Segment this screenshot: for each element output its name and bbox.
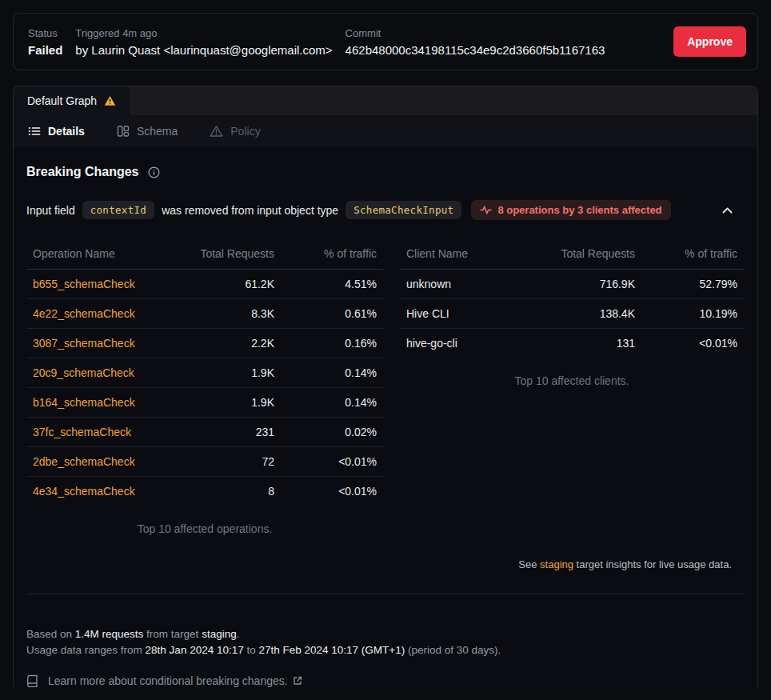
operations-table-wrap: Operation Name Total Requests % of traff…: [26, 241, 383, 535]
table-row: 4e22_schemaCheck 8.3K 0.61%: [26, 299, 383, 329]
requests-cell: 8: [186, 477, 281, 506]
staging-link[interactable]: staging: [540, 558, 573, 570]
requests-cell: 2.2K: [186, 329, 281, 358]
breaking-changes-title: Breaking Changes: [26, 165, 138, 179]
traffic-cell: <0.01%: [281, 447, 383, 477]
traffic-cell: 4.51%: [281, 270, 383, 299]
tab-policy[interactable]: Policy: [210, 125, 260, 138]
table-row: 4e34_schemaCheck 8 <0.01%: [26, 477, 383, 506]
requests-cell: 8.3K: [186, 299, 281, 329]
table-row: b655_schemaCheck 61.2K 4.51%: [26, 270, 383, 299]
operation-link[interactable]: b655_schemaCheck: [33, 278, 135, 290]
table-header-row: Client Name Total Requests % of traffic: [400, 241, 744, 270]
approve-button[interactable]: Approve: [673, 26, 746, 57]
traffic-cell: 10.19%: [641, 299, 744, 329]
commit-label: Commit: [346, 27, 605, 39]
operations-caption: Top 10 affected operations.: [26, 522, 383, 535]
info-icon[interactable]: [148, 166, 160, 178]
breaking-change-row[interactable]: Input field contextId was removed from i…: [26, 200, 741, 220]
pulse-icon: [480, 205, 492, 215]
book-icon: [26, 674, 38, 688]
schema-icon: [117, 125, 130, 138]
requests-cell: 72: [186, 447, 281, 477]
table-row: 37fc_schemaCheck 231 0.02%: [26, 418, 383, 447]
requests-cell: 61.2K: [186, 270, 281, 299]
tab-policy-label: Policy: [230, 125, 260, 138]
footer-divider: [26, 594, 745, 594]
requests-cell: 231: [186, 418, 281, 447]
warning-icon: [104, 95, 116, 106]
usage-line-1: Based on 1.4M requests from target stagi…: [26, 626, 741, 642]
chevron-up-icon[interactable]: [721, 206, 733, 215]
usage-summary: Based on 1.4M requests from target stagi…: [26, 626, 741, 658]
traffic-cell: <0.01%: [641, 329, 744, 358]
col-traffic: % of traffic: [641, 241, 744, 270]
requests-cell: 1.9K: [186, 358, 281, 388]
triggered-label: Triggered 4m ago: [75, 27, 332, 39]
table-row: b164_schemaCheck 1.9K 0.14%: [26, 388, 383, 418]
request-count: 1.4M requests: [75, 628, 144, 640]
table-row: Hive CLI 138.4K 10.19%: [400, 299, 744, 329]
affected-badge-label: 8 operations by 3 clients affected: [497, 204, 661, 216]
table-row: 3087_schemaCheck 2.2K 0.16%: [26, 329, 383, 358]
col-traffic: % of traffic: [281, 241, 383, 270]
traffic-cell: <0.01%: [281, 477, 383, 506]
clients-caption: Top 10 affected clients.: [400, 374, 744, 387]
operation-link[interactable]: 4e34_schemaCheck: [33, 485, 135, 498]
operation-link[interactable]: 4e22_schemaCheck: [33, 307, 135, 320]
table-row: 20c9_schemaCheck 1.9K 0.14%: [26, 358, 383, 388]
target-name: staging: [202, 628, 237, 640]
status-value: Failed: [28, 43, 62, 57]
external-link-icon: [293, 676, 302, 686]
traffic-cell: 52.79%: [641, 270, 744, 299]
requests-cell: 131: [547, 329, 641, 358]
type-code: SchemaCheckInput: [346, 201, 461, 219]
table-row: hive-go-cli 131 <0.01%: [400, 329, 744, 358]
traffic-cell: 0.61%: [281, 299, 383, 329]
graph-tab-label: Default Graph: [27, 94, 97, 107]
commit-hash: 462b48000c34198115c34e9c2d3660f5b1167163: [346, 43, 605, 57]
commit-block: Commit 462b48000c34198115c34e9c2d3660f5b…: [346, 27, 605, 57]
operation-link[interactable]: 37fc_schemaCheck: [33, 426, 131, 438]
status-label: Status: [28, 27, 62, 39]
range-end: 27th Feb 2024 10:17 (GMT+1): [258, 644, 405, 656]
table-row: unknown 716.9K 52.79%: [400, 270, 744, 299]
learn-more-link[interactable]: Learn more about conditional breaking ch…: [48, 674, 302, 687]
insights-suffix: target insights for live usage data.: [573, 558, 732, 570]
graph-tabstrip: Default Graph: [14, 86, 757, 115]
operation-link[interactable]: 3087_schemaCheck: [33, 337, 135, 350]
operation-link[interactable]: b164_schemaCheck: [33, 396, 135, 409]
details-content: Breaking Changes Input field contextId w…: [14, 147, 757, 570]
change-prefix: Input field: [26, 204, 75, 217]
requests-cell: 1.9K: [186, 388, 281, 418]
triggered-block: Triggered 4m ago by Laurin Quast <laurin…: [75, 27, 332, 57]
operation-link[interactable]: 2dbe_schemaCheck: [33, 455, 135, 468]
learn-more-row: Learn more about conditional breaking ch…: [26, 674, 741, 688]
col-total-requests: Total Requests: [547, 241, 641, 270]
traffic-cell: 0.14%: [281, 358, 383, 388]
tab-schema-label: Schema: [137, 125, 178, 138]
traffic-cell: 0.16%: [281, 329, 383, 358]
client-name-cell: Hive CLI: [400, 299, 547, 329]
traffic-cell: 0.02%: [281, 418, 383, 447]
change-middle: was removed from input object type: [162, 204, 338, 217]
tab-details[interactable]: Details: [28, 125, 85, 138]
learn-more-label: Learn more about conditional breaking ch…: [48, 674, 288, 687]
operation-link[interactable]: 20c9_schemaCheck: [33, 366, 134, 379]
clients-table: Client Name Total Requests % of traffic …: [400, 241, 744, 358]
col-operation-name: Operation Name: [26, 241, 186, 270]
warning-outline-icon: [210, 125, 223, 138]
tab-schema[interactable]: Schema: [117, 125, 178, 138]
requests-cell: 138.4K: [547, 299, 641, 329]
tab-default-graph[interactable]: Default Graph: [14, 86, 130, 115]
requests-cell: 716.9K: [547, 270, 641, 299]
field-code: contextId: [82, 201, 154, 219]
tab-details-label: Details: [48, 125, 85, 138]
affected-badge: 8 operations by 3 clients affected: [471, 200, 670, 220]
range-start: 28th Jan 2024 10:17: [146, 644, 244, 656]
insights-prefix: See: [518, 558, 540, 570]
client-name-cell: hive-go-cli: [400, 329, 547, 358]
check-panel: Default Graph Details: [13, 86, 758, 687]
usage-line-2: Usage data ranges from 28th Jan 2024 10:…: [26, 642, 741, 658]
clients-table-wrap: Client Name Total Requests % of traffic …: [400, 241, 744, 387]
